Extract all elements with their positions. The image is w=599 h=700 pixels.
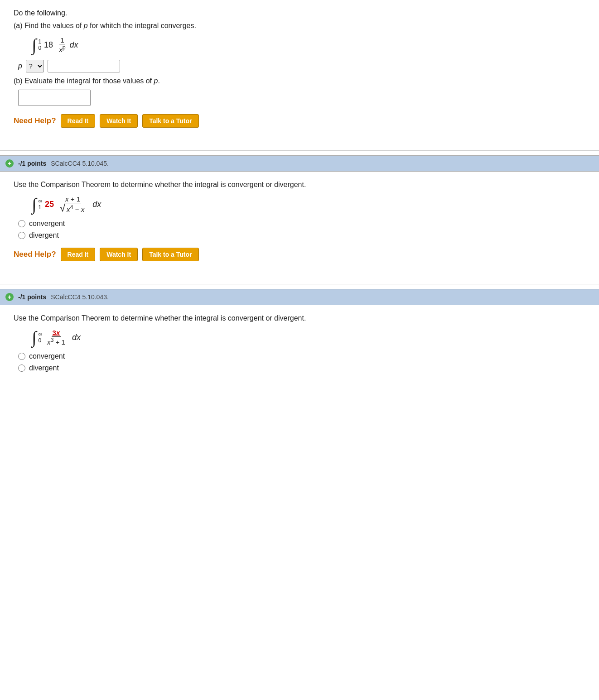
need-help-label-1: Need Help? — [14, 250, 56, 259]
radio-divergent-2: divergent — [18, 364, 585, 372]
section-header-2: + -/1 points SCalcCC4 5.10.043. — [0, 289, 599, 305]
part-a-label: (a) Find the values of p for whitch the … — [14, 22, 585, 30]
integral-limits-1: ∞ 1 — [38, 198, 42, 211]
need-help-row-1: Need Help? Read It Watch It Talk to a Tu… — [14, 248, 585, 261]
integral-limits-a: 1 0 — [38, 38, 41, 51]
integral-sign-2: ∫ — [32, 329, 36, 346]
divider-2 — [0, 284, 599, 284]
read-it-button-0[interactable]: Read It — [61, 114, 96, 128]
dx-1: dx — [92, 200, 101, 209]
part-b-label: (b) Evaluate the integral for those valu… — [14, 77, 585, 85]
integral-display-2: ∫ ∞ 0 3x x3 + 1 dx — [32, 329, 585, 346]
section-header-1: + -/1 points SCalcCC4 5.10.045. — [0, 155, 599, 172]
question-text-1: Use the Comparison Theorem to determine … — [14, 181, 585, 189]
integral-fraction-2: 3x x3 + 1 — [46, 329, 66, 346]
p-comparison-select[interactable]: ? < > ≤ ≥ = — [26, 60, 44, 72]
intro-text: Do the following. — [14, 9, 585, 17]
p-value-input[interactable] — [48, 60, 120, 72]
integral-fraction-1: x + 1 √ x4 − x — [59, 195, 87, 213]
integral-fraction-a: 1 xp — [58, 36, 66, 53]
talk-tutor-button-0[interactable]: Talk to a Tutor — [142, 114, 198, 128]
plus-button-2[interactable]: + — [5, 293, 14, 301]
label-divergent-2: divergent — [29, 364, 59, 372]
need-help-row-0: Need Help? Read It Watch It Talk to a Tu… — [14, 114, 585, 128]
integral-sign-1: ∫ — [32, 196, 36, 213]
radio-convergent-2: convergent — [18, 352, 585, 360]
label-convergent-1: convergent — [29, 220, 65, 228]
radio-convergent-1: convergent — [18, 220, 585, 228]
radical-1: √ x4 − x — [60, 203, 86, 213]
dx-a: dx — [70, 40, 78, 50]
talk-tutor-button-1[interactable]: Talk to a Tutor — [142, 248, 198, 261]
watch-it-button-0[interactable]: Watch It — [100, 114, 138, 128]
p-label: p — [18, 62, 22, 70]
integral-coeff-1: 25 — [45, 200, 54, 209]
question-block-2: Use the Comparison Theorem to determine … — [0, 305, 599, 388]
part-b-answer-input[interactable] — [18, 90, 91, 106]
read-it-button-1[interactable]: Read It — [61, 248, 96, 261]
integral-coeff-a: 18 — [44, 40, 53, 50]
watch-it-button-1[interactable]: Watch It — [100, 248, 138, 261]
problem-id-2: SCalcCC4 5.10.043. — [51, 293, 109, 301]
question-block-0: Do the following. (a) Find the values of… — [0, 0, 599, 146]
radio-divergent-1: divergent — [18, 231, 585, 240]
integral-limits-2: ∞ 0 — [38, 331, 42, 344]
problem-id-1: SCalcCC4 5.10.045. — [51, 160, 109, 167]
radio-input-convergent-1[interactable] — [18, 220, 25, 227]
integral-sign-a: ∫ — [32, 36, 36, 53]
label-convergent-2: convergent — [29, 352, 65, 360]
plus-button-1[interactable]: + — [5, 159, 14, 168]
need-help-label-0: Need Help? — [14, 116, 56, 125]
points-text-2: -/1 points — [18, 293, 46, 301]
radio-input-divergent-1[interactable] — [18, 232, 25, 239]
dx-2: dx — [72, 333, 81, 342]
radio-input-convergent-2[interactable] — [18, 353, 25, 360]
integral-display-a: ∫ 1 0 18 1 xp dx — [32, 36, 585, 53]
integral-display-1: ∫ ∞ 1 25 x + 1 √ x4 − x dx — [32, 195, 585, 213]
question-text-2: Use the Comparison Theorem to determine … — [14, 314, 585, 322]
p-input-row: p ? < > ≤ ≥ = — [18, 60, 585, 72]
radio-input-divergent-2[interactable] — [18, 364, 25, 372]
points-text-1: -/1 points — [18, 160, 46, 167]
label-divergent-1: divergent — [29, 231, 59, 240]
divider-1 — [0, 150, 599, 151]
question-block-1: Use the Comparison Theorem to determine … — [0, 172, 599, 279]
